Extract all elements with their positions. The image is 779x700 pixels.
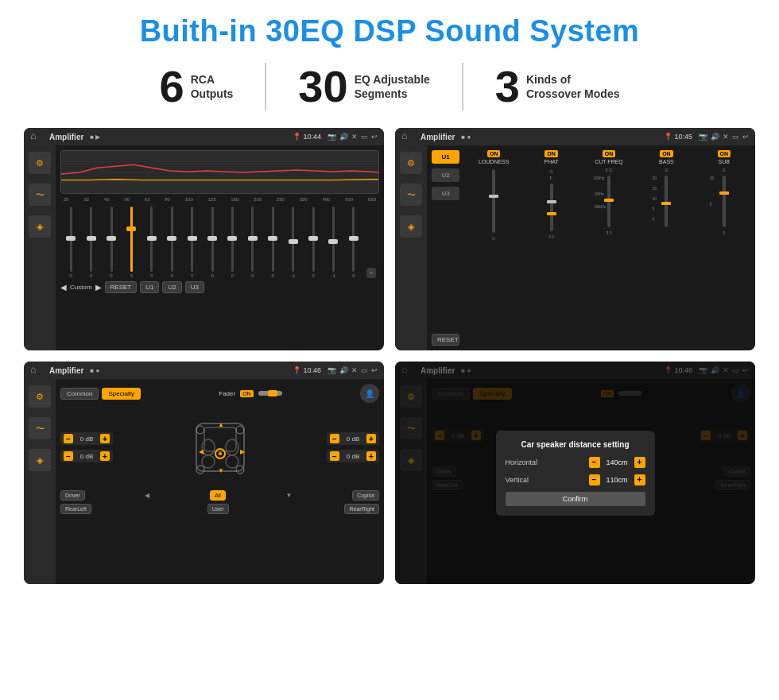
eq-slider-4[interactable]: 0 — [143, 207, 161, 278]
driver-btn[interactable]: Driver — [60, 490, 85, 501]
phat-on: ON — [545, 150, 558, 157]
db-value-fr: 0 dB — [342, 435, 364, 443]
eq-slider-9[interactable]: 0 — [244, 207, 262, 278]
speaker-icon[interactable]: ◈ — [29, 215, 51, 238]
wave-icon[interactable]: 〜 — [29, 184, 51, 206]
preset-u2[interactable]: U2 — [432, 168, 459, 182]
crossover-topbar-time: 📍 10:45 — [664, 133, 692, 141]
eq-slider-14[interactable]: 0 — [345, 207, 362, 278]
eq-icon-2[interactable]: ⚙ — [400, 152, 422, 174]
stat-rca-label: RCAOutputs — [191, 72, 234, 101]
db-plus-fl[interactable]: + — [100, 434, 110, 443]
db-minus-fr[interactable]: − — [330, 434, 339, 443]
stat-rca: 6 RCAOutputs — [128, 64, 265, 109]
user-btn[interactable]: User — [207, 504, 229, 514]
wave-icon-3[interactable]: 〜 — [29, 417, 51, 439]
speaker-icon-3[interactable]: ◈ — [29, 449, 51, 471]
vertical-minus-btn[interactable]: − — [589, 474, 600, 485]
home-icon-3: ⌂ — [30, 364, 43, 377]
db-plus-fr[interactable]: + — [366, 434, 376, 443]
camera-icon-2: 📷 — [699, 133, 707, 141]
back-icon-2: ↩ — [742, 133, 749, 141]
eq-custom-label: Custom — [70, 284, 92, 291]
fader-tab-specialty[interactable]: Specialty — [102, 388, 140, 400]
svg-rect-3 — [196, 423, 244, 471]
db-plus-rr[interactable]: + — [366, 451, 376, 461]
db-minus-rl[interactable]: − — [64, 451, 73, 461]
crossover-presets: U1 U2 U3 RESET — [432, 150, 459, 346]
eq-bottom-bar: ◀ Custom ▶ RESET U1 U2 U3 — [60, 281, 379, 293]
eq-slider-3[interactable]: 5 — [122, 207, 140, 278]
copilot-btn[interactable]: Copilot — [352, 490, 379, 501]
crossover-screen-card: ⌂ Amplifier ■ ● 📍 10:45 📷 🔊 ✕ ▭ ↩ ⚙ 〜 ◈ — [395, 128, 755, 350]
svg-text:▼: ▼ — [218, 467, 224, 474]
eq-freq-labels: 25 32 40 50 63 80 100 125 160 200 250 32… — [60, 197, 379, 202]
db-control-fr: − 0 dB + — [327, 432, 379, 445]
eq-u3-btn[interactable]: U3 — [185, 281, 204, 293]
fader-on-badge: ON — [240, 390, 254, 397]
db-plus-rl[interactable]: + — [100, 451, 110, 461]
channel-sub: ON SUB G 20 5 0 — [698, 150, 750, 241]
fader-side-icons: ⚙ 〜 ◈ — [24, 379, 56, 584]
db-control-rl: − 0 dB + — [60, 450, 113, 462]
crossover-main: U1 U2 U3 RESET ON LOUDNESS — [427, 145, 755, 350]
eq-slider-0[interactable]: 0 — [62, 207, 79, 278]
horizontal-plus-btn[interactable]: + — [634, 457, 645, 468]
stat-eq-label: EQ AdjustableSegments — [355, 72, 430, 101]
eq-slider-5[interactable]: 0 — [163, 207, 180, 278]
crossover-topbar-icons: 📷 🔊 ✕ ▭ ↩ — [699, 133, 749, 141]
speaker-icon-2[interactable]: ◈ — [400, 215, 422, 238]
confirm-button[interactable]: Confirm — [506, 492, 645, 506]
loudness-on: ON — [487, 150, 501, 157]
fader-topbar-time: 📍 10:46 — [293, 366, 321, 374]
loudness-label: LOUDNESS — [479, 159, 510, 164]
eq-icon-3[interactable]: ⚙ — [29, 385, 51, 408]
eq-u2-btn[interactable]: U2 — [162, 281, 181, 293]
eq-screen-content: ⚙ 〜 ◈ — [24, 145, 384, 350]
eq-slider-6[interactable]: 0 — [183, 207, 200, 278]
crossover-reset-btn[interactable]: RESET — [432, 334, 459, 346]
phat-label: PHAT — [545, 159, 559, 164]
eq-slider-7[interactable]: 0 — [203, 207, 221, 278]
eq-slider-11[interactable]: -1 — [284, 207, 301, 278]
eq-slider-12[interactable]: 0 — [304, 207, 322, 278]
eq-prev-btn[interactable]: ◀ — [60, 283, 67, 292]
dialog-screen-card: ⌂ Amplifier ■ ● 📍 10:46 📷 🔊 ✕ ▭ ↩ ⚙ 〜 ◈ — [395, 362, 755, 584]
eq-main: 25 32 40 50 63 80 100 125 160 200 250 32… — [56, 145, 384, 350]
vertical-plus-btn[interactable]: + — [634, 474, 645, 485]
rearright-btn[interactable]: RearRight — [344, 504, 379, 514]
page-title: Buith-in 30EQ DSP Sound System — [24, 14, 755, 48]
all-btn[interactable]: All — [210, 490, 226, 501]
fader-tab-common[interactable]: Common — [60, 388, 99, 400]
eq-slider-2[interactable]: 0 — [103, 207, 120, 278]
fader-topbar-icons: 📷 🔊 ✕ ▭ ↩ — [327, 366, 378, 374]
close-icon-3: ✕ — [351, 366, 358, 374]
eq-slider-1[interactable]: 0 — [82, 207, 99, 278]
horizontal-label: Horizontal — [506, 458, 538, 466]
eq-next-btn[interactable]: ▶ — [95, 283, 102, 292]
stat-eq-number: 30 — [298, 64, 347, 109]
eq-u1-btn[interactable]: U1 — [140, 281, 159, 293]
horizontal-minus-btn[interactable]: − — [589, 457, 600, 468]
sub-on: ON — [718, 150, 731, 157]
db-minus-rr[interactable]: − — [330, 451, 339, 461]
eq-icon[interactable]: ⚙ — [29, 152, 51, 174]
svg-point-15 — [196, 426, 204, 434]
eq-slider-10[interactable]: 0 — [264, 207, 281, 278]
eq-slider-13[interactable]: -1 — [324, 207, 342, 278]
eq-arrows[interactable]: » — [366, 268, 376, 278]
close-icon: ✕ — [351, 133, 358, 141]
db-value-rr: 0 dB — [342, 453, 364, 460]
distance-dialog: Car speaker distance setting Horizontal … — [496, 431, 655, 516]
crossover-topbar-dots: ■ ● — [461, 133, 471, 141]
speaker-bottom-row: Driver ◀ All ▼ Copilot — [60, 490, 379, 501]
rearleft-btn[interactable]: RearLeft — [60, 504, 91, 514]
preset-u3[interactable]: U3 — [432, 187, 459, 200]
eq-slider-8[interactable]: 0 — [223, 207, 241, 278]
preset-u1[interactable]: U1 — [432, 150, 459, 164]
db-minus-fl[interactable]: − — [64, 434, 73, 443]
fader-topbar-title: Amplifier — [49, 366, 83, 375]
wave-icon-2[interactable]: 〜 — [400, 184, 422, 206]
fader-avatar[interactable]: 👤 — [360, 384, 379, 403]
eq-reset-btn[interactable]: RESET — [105, 281, 138, 293]
